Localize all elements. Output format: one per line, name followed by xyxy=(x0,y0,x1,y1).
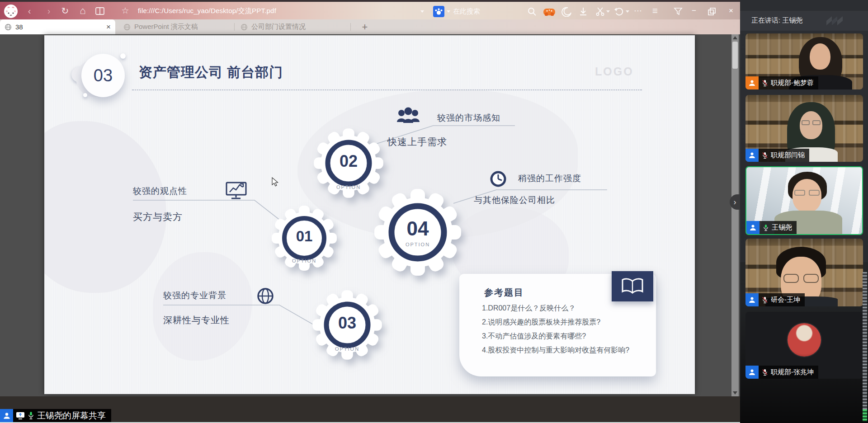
tab-38[interactable]: 38 × xyxy=(0,19,115,34)
gear-03-caption: OPTION xyxy=(335,346,359,352)
meeting-sidebar: 正在讲话: 王锡尧 xyxy=(740,0,868,423)
mic-muted-icon xyxy=(762,296,768,304)
reader-mode-icon[interactable] xyxy=(95,7,105,16)
participant-name: 王锡尧 xyxy=(772,223,792,232)
sidebar-scroll-meter[interactable] xyxy=(863,272,867,421)
minimize-button[interactable]: − xyxy=(689,6,699,15)
reference-title: 参考题目 xyxy=(484,287,524,299)
callout-viewpoint-line2: 买方与卖方 xyxy=(133,211,183,223)
search-engine-icon[interactable] xyxy=(433,6,444,17)
globe-icon xyxy=(258,289,273,303)
tab-favicon-globe-icon xyxy=(123,24,131,31)
person-icon xyxy=(3,412,11,420)
video-tile-wangkun[interactable]: 研会-王坤 xyxy=(745,239,863,306)
address-dropdown-caret[interactable] xyxy=(420,10,424,13)
callout-background-line1: 较强的专业背景 xyxy=(163,290,226,301)
bottom-strip: 王锡尧的屏幕共享 xyxy=(0,396,740,423)
scrollbar-thumb[interactable] xyxy=(732,42,738,69)
gear-03-number: 03 xyxy=(338,314,356,333)
tab-divider xyxy=(234,23,235,31)
member-badge-icon xyxy=(745,149,759,162)
mic-muted-icon xyxy=(762,151,768,160)
member-badge-icon xyxy=(746,221,760,234)
participant-label: 职规部-张兆坤 xyxy=(745,366,818,379)
new-tab-button[interactable]: + xyxy=(357,19,373,34)
video-tile-baomengqian[interactable]: 职规部-鲍梦蓉 xyxy=(745,33,863,89)
video-tile-wangxiyao[interactable]: 王锡尧 xyxy=(745,166,863,235)
tab-favicon-globe-icon xyxy=(241,24,248,31)
pdf-slide: 03 资产管理公司 前台部门 LOGO xyxy=(44,35,695,394)
reference-item: 1.DR007是什么？反映什么？ xyxy=(482,304,576,313)
meeting-logo-icon xyxy=(818,14,850,28)
download-icon[interactable] xyxy=(579,7,588,17)
tab-label: PowerPoint 演示文稿 xyxy=(134,23,198,31)
home-button[interactable]: ⌂ xyxy=(77,5,89,17)
speaking-label: 正在讲话: 王锡尧 xyxy=(751,16,802,25)
share-chip: 王锡尧的屏幕共享 xyxy=(13,409,111,422)
menu-icon[interactable]: ≡ xyxy=(649,5,661,17)
callout-market-line2: 快速上手需求 xyxy=(387,136,447,148)
screen-share-indicator: 王锡尧的屏幕共享 xyxy=(0,409,111,422)
search-input[interactable]: 在此搜索 xyxy=(453,7,480,16)
gear-04-number: 04 xyxy=(407,217,429,240)
scroll-down-arrow[interactable] xyxy=(733,391,737,395)
participant-name: 研会-王坤 xyxy=(771,296,800,304)
gear-01-number: 01 xyxy=(296,228,313,245)
tab-close-icon[interactable]: × xyxy=(106,23,111,32)
participant-name: 职规部-张兆坤 xyxy=(771,368,814,376)
share-label: 王锡尧的屏幕共享 xyxy=(37,410,106,422)
mic-active-icon xyxy=(28,411,34,420)
monitor-chart-icon xyxy=(226,183,246,198)
search-icon[interactable] xyxy=(527,7,537,17)
undo-icon[interactable] xyxy=(614,7,624,17)
callout-intensity-line1: 稍强的工作强度 xyxy=(518,173,581,184)
undo-caret[interactable] xyxy=(626,10,629,13)
bookmark-star-icon[interactable]: ☆ xyxy=(119,5,131,17)
video-tile-zhangzhaokun[interactable]: 职规部-张兆坤 xyxy=(745,312,863,379)
reference-item: 3.不动产估值涉及的要素有哪些? xyxy=(482,332,586,341)
member-badge-icon xyxy=(745,366,759,379)
share-person-badge xyxy=(0,409,13,422)
callout-viewpoint-line1: 较强的观点性 xyxy=(133,185,187,197)
tab-company-departments[interactable]: 公司部门设置情况 xyxy=(236,19,349,34)
mouse-cursor xyxy=(271,177,280,187)
tab-powerpoint[interactable]: PowerPoint 演示文稿 xyxy=(119,19,233,34)
night-mode-icon[interactable] xyxy=(561,7,571,17)
scroll-up-arrow[interactable] xyxy=(733,36,737,39)
callout-intensity-line2: 与其他保险公司相比 xyxy=(474,194,555,206)
tab-label: 公司部门设置情况 xyxy=(251,23,306,31)
close-button[interactable]: × xyxy=(726,6,736,15)
avatar xyxy=(788,323,821,357)
games-icon[interactable] xyxy=(543,7,556,17)
callout-market-line1: 较强的市场感知 xyxy=(437,112,500,124)
filter-icon[interactable] xyxy=(673,7,683,16)
reload-button[interactable]: ↻ xyxy=(59,5,71,17)
callout-background-line2: 深耕性与专业性 xyxy=(163,314,230,326)
reference-item: 2.说明感兴趣的股票板块并推荐股票? xyxy=(482,318,600,327)
maximize-button[interactable] xyxy=(708,8,716,15)
tab-divider xyxy=(350,23,351,31)
reference-item: 4.股权投资中控制与重大影响对收益有何影响? xyxy=(482,346,629,355)
mic-muted-icon xyxy=(762,79,768,87)
back-button[interactable]: ‹ xyxy=(24,5,35,17)
participant-name: 职规部-鲍梦蓉 xyxy=(771,79,814,87)
browser-logo-icon[interactable] xyxy=(4,4,18,19)
more-actions-icon[interactable]: ⋯ xyxy=(632,5,644,17)
tab-label: 38 xyxy=(15,23,106,31)
browser-toolbar: ‹ › ↻ ⌂ ☆ file:///C:/Users/ruc_yao/Deskt… xyxy=(0,0,740,19)
screen-share-icon xyxy=(16,412,25,419)
participant-label: 王锡尧 xyxy=(746,221,797,234)
open-book-icon xyxy=(612,271,653,301)
video-tile-yanjin[interactable]: 职规部闫锦 xyxy=(745,95,863,162)
clock-icon xyxy=(491,172,505,186)
pdf-scrollbar[interactable] xyxy=(731,34,739,396)
search-engine-caret[interactable] xyxy=(447,10,450,13)
forward-button[interactable]: › xyxy=(43,5,55,17)
gear-04-caption: OPTION xyxy=(406,242,430,247)
gear-01-caption: OPTION xyxy=(292,258,316,263)
participant-name: 职规部闫锦 xyxy=(771,151,805,160)
scissors-caret[interactable] xyxy=(606,10,610,13)
screenshot-scissors-icon[interactable] xyxy=(596,7,605,17)
mic-muted-icon xyxy=(762,368,768,376)
address-bar[interactable]: file:///C:/Users/ruc_yao/Desktop/交流PPT.p… xyxy=(138,7,276,15)
